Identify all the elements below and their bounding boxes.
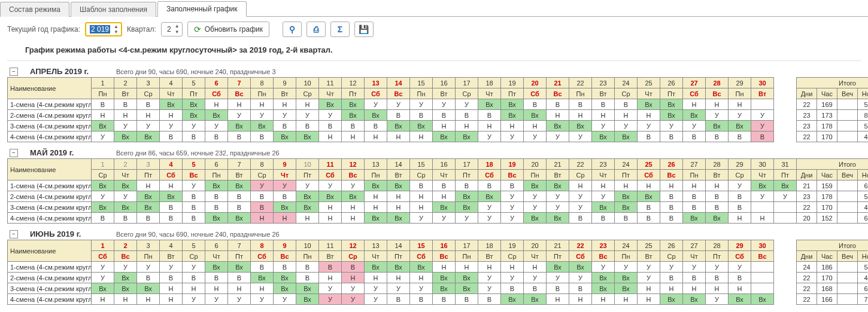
shift-cell[interactable]: Вх xyxy=(274,273,296,283)
shift-cell[interactable]: Н xyxy=(751,213,774,224)
shift-cell[interactable]: В xyxy=(729,273,751,283)
shift-cell[interactable]: У xyxy=(569,202,592,213)
shift-cell[interactable]: У xyxy=(251,294,274,305)
shift-cell[interactable]: В xyxy=(183,202,205,213)
shift-cell[interactable]: Вх xyxy=(160,99,183,110)
shift-cell[interactable]: В xyxy=(387,110,410,121)
shift-cell[interactable]: Вх xyxy=(615,273,638,283)
collapse-toggle[interactable]: − xyxy=(10,149,18,157)
shift-cell[interactable]: В xyxy=(478,110,501,121)
shift-cell[interactable]: У xyxy=(524,273,547,283)
shift-cell[interactable]: Н xyxy=(319,202,342,213)
shift-cell[interactable]: В xyxy=(410,294,433,305)
shift-cell[interactable]: Вх xyxy=(251,121,274,131)
shift-cell[interactable]: Вх xyxy=(569,121,592,131)
shift-cell[interactable]: Н xyxy=(410,202,433,213)
shift-cell[interactable]: В xyxy=(524,99,547,110)
shift-cell[interactable]: Н xyxy=(274,99,296,110)
shift-cell[interactable]: В xyxy=(592,213,615,224)
shift-cell[interactable]: Вх xyxy=(205,213,228,224)
shift-cell[interactable]: У xyxy=(751,110,774,121)
shift-cell[interactable]: В xyxy=(251,191,274,202)
tab-2[interactable]: Заполненный график xyxy=(157,1,247,17)
shift-cell[interactable]: В xyxy=(706,191,729,202)
shift-cell[interactable]: Н xyxy=(387,202,410,213)
shift-cell[interactable]: Вх xyxy=(92,181,114,191)
print-button[interactable]: ⎙ xyxy=(306,22,326,37)
shift-cell[interactable]: В xyxy=(160,273,183,283)
shift-cell[interactable]: Н xyxy=(592,110,615,121)
shift-cell[interactable]: Вх xyxy=(365,213,387,224)
shift-cell[interactable]: В xyxy=(660,213,683,224)
shift-cell[interactable]: Вх xyxy=(114,273,137,283)
shift-cell[interactable]: Вх xyxy=(319,99,342,110)
shift-cell[interactable]: В xyxy=(205,191,228,202)
shift-cell[interactable]: Н xyxy=(729,99,751,110)
shift-cell[interactable]: Вх xyxy=(296,202,319,213)
shift-cell[interactable]: В xyxy=(478,181,501,191)
shift-cell[interactable]: Н xyxy=(592,294,615,305)
shift-cell[interactable]: В xyxy=(547,283,569,294)
shift-cell[interactable]: У xyxy=(638,262,660,273)
shift-cell[interactable]: Н xyxy=(683,99,706,110)
shift-cell[interactable]: В xyxy=(683,131,706,142)
tab-1[interactable]: Шаблон заполнения xyxy=(71,2,156,17)
shift-cell[interactable]: Н xyxy=(569,181,592,191)
shift-cell[interactable]: Н xyxy=(296,213,319,224)
shift-cell[interactable]: В xyxy=(365,121,387,131)
shift-cell[interactable]: В xyxy=(228,131,251,142)
shift-cell[interactable]: В xyxy=(433,181,456,191)
shift-cell[interactable]: У xyxy=(615,121,638,131)
shift-cell[interactable]: Вх xyxy=(365,262,387,273)
shift-cell[interactable]: Вх xyxy=(547,213,569,224)
shift-cell[interactable]: Вх xyxy=(729,121,751,131)
shift-cell[interactable]: Вх xyxy=(456,131,478,142)
shift-cell[interactable]: Вх xyxy=(524,181,547,191)
shift-cell[interactable]: В xyxy=(501,181,524,191)
shift-cell[interactable]: В xyxy=(251,202,274,213)
shift-cell[interactable]: Вх xyxy=(615,131,638,142)
shift-cell[interactable]: У xyxy=(296,110,319,121)
shift-cell[interactable]: Вх xyxy=(706,213,729,224)
shift-cell[interactable]: Вх xyxy=(296,283,319,294)
shift-cell[interactable]: Вх xyxy=(274,131,296,142)
shift-cell[interactable]: Вх xyxy=(365,110,387,121)
shift-cell[interactable]: Вх xyxy=(547,181,569,191)
shift-cell[interactable]: У xyxy=(478,131,501,142)
shift-cell[interactable]: Н xyxy=(433,191,456,202)
shift-cell[interactable]: У xyxy=(114,191,137,202)
shift-cell[interactable]: У xyxy=(183,181,205,191)
shift-cell[interactable]: В xyxy=(729,191,751,202)
shift-cell[interactable]: У xyxy=(319,181,342,191)
shift-cell[interactable]: У xyxy=(251,181,274,191)
shift-cell[interactable]: В xyxy=(729,131,751,142)
shift-cell[interactable]: У xyxy=(524,191,547,202)
shift-cell[interactable]: Вх xyxy=(387,262,410,273)
shift-cell[interactable]: В xyxy=(547,99,569,110)
shift-cell[interactable]: У xyxy=(92,273,114,283)
shift-cell[interactable]: В xyxy=(456,181,478,191)
shift-cell[interactable]: В xyxy=(410,181,433,191)
shift-cell[interactable]: В xyxy=(137,99,160,110)
shift-cell[interactable]: Вх xyxy=(387,121,410,131)
shift-cell[interactable]: В xyxy=(456,110,478,121)
year-down[interactable]: ▼ xyxy=(113,29,120,35)
shift-cell[interactable] xyxy=(751,99,774,110)
shift-cell[interactable]: У xyxy=(547,191,569,202)
shift-cell[interactable]: Н xyxy=(205,99,228,110)
shift-cell[interactable]: Н xyxy=(114,110,137,121)
shift-cell[interactable]: У xyxy=(547,273,569,283)
shift-cell[interactable]: Вх xyxy=(342,110,365,121)
shift-cell[interactable]: У xyxy=(274,181,296,191)
shift-cell[interactable]: В xyxy=(342,121,365,131)
shift-cell[interactable]: В xyxy=(342,262,365,273)
shift-cell[interactable]: У xyxy=(274,294,296,305)
shift-cell[interactable]: У xyxy=(478,213,501,224)
shift-cell[interactable]: У xyxy=(501,213,524,224)
shift-cell[interactable]: В xyxy=(660,191,683,202)
shift-cell[interactable]: Н xyxy=(660,283,683,294)
shift-cell[interactable]: Н xyxy=(478,121,501,131)
shift-cell[interactable]: У xyxy=(592,191,615,202)
shift-cell[interactable]: Вх xyxy=(205,181,228,191)
shift-cell[interactable]: Вх xyxy=(456,283,478,294)
